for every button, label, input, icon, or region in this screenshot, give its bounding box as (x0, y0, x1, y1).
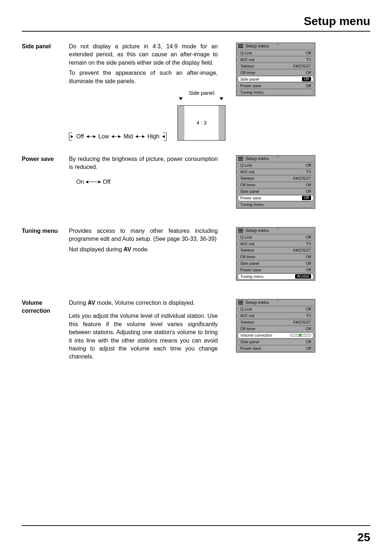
osd-row[interactable]: AV2 outTV (238, 56, 314, 62)
osd-header: Setup menu (237, 300, 315, 306)
osd-row[interactable]: Off timerOff (238, 254, 314, 260)
osd-row-label: Q-Link (240, 307, 252, 311)
osd-row[interactable]: AV2 outTV (238, 313, 314, 319)
tv-center: 4 : 3 (184, 106, 219, 140)
osd-row[interactable]: Q-LinkOff (238, 162, 314, 169)
double-arrow-icon (86, 182, 101, 182)
osd-row-label: Q-Link (240, 163, 252, 167)
osd-header: Setup menu (237, 228, 315, 234)
section-volume-correction: Volume correction During AV mode, Volume… (22, 299, 370, 363)
label-tuning-menu: Tuning menu (22, 227, 69, 281)
menu-lines-icon (238, 157, 243, 161)
osd-row-value: Off (306, 163, 311, 167)
osd-row-value: Off (306, 235, 311, 239)
osd-row[interactable]: Volume correction (238, 332, 314, 339)
osd-tuning-menu: Setup menuQ-LinkOffAV2 outTVTeletextFAST… (236, 227, 315, 281)
section-power-save: Power save By reducing the brighness of … (22, 155, 370, 209)
osd-row[interactable]: Off timerOff (238, 182, 314, 188)
opt-off: Off (76, 133, 84, 141)
arrow-icon (162, 135, 165, 138)
label-volume-correction: Volume correction (22, 299, 69, 363)
osd-row-value: FASTEXT (293, 248, 311, 252)
osd-row-value: Off (306, 261, 311, 266)
osd-row-value: Off (302, 77, 311, 81)
osd-row-label: AV2 out (240, 57, 254, 62)
osd-row-value: FASTEXT (293, 176, 311, 181)
osd-row-value: Off (302, 196, 311, 200)
osd-row[interactable]: Power saveOff (238, 267, 314, 273)
tuning-menu-text-1: Provides access to many other features i… (69, 227, 218, 243)
side-panel-text-1: Do not display a picture in 4:3, 14:9 mo… (69, 42, 218, 67)
osd-row[interactable]: Q-LinkOff (238, 234, 314, 240)
osd-row[interactable]: Power saveOff (238, 195, 314, 201)
osd-row[interactable]: Tuning menu (238, 202, 314, 208)
body-volume-correction: During AV mode, Volume correction is dis… (69, 299, 218, 363)
osd-row-label: Power save (240, 84, 261, 88)
osd-row-label: Side panel (240, 261, 259, 266)
osd-row-label: Tuning menu (240, 274, 264, 279)
osd-row-label: Q-Link (240, 51, 252, 55)
page-title: Setup menu (22, 15, 370, 28)
osd-row-value: TV (306, 170, 311, 174)
body-side-panel: Do not display a picture in 4:3, 14:9 mo… (69, 42, 218, 141)
menu-lines-icon (238, 229, 243, 232)
osd-row[interactable]: Side panelOff (238, 189, 314, 195)
osd-slider[interactable] (290, 334, 311, 337)
osd-row-label: Teletext (240, 320, 254, 324)
rule-top (22, 31, 370, 32)
osd-header: Setup menu (237, 156, 315, 162)
side-panel-text-2: To prevent the appearance of such an aft… (69, 69, 218, 85)
osd-title: Setup menu (245, 300, 269, 305)
osd-row-label: Side panel (240, 340, 259, 344)
osd-row-label: AV2 out (240, 242, 254, 246)
arrow-icon (71, 135, 73, 138)
osd-row-value: Off (306, 70, 311, 75)
osd-title: Setup menu (245, 156, 269, 161)
osd-row-value: Off (306, 183, 311, 187)
osd-row-value: Off (306, 84, 311, 88)
diagram-label: Side panel (177, 89, 225, 97)
osd-row[interactable]: Q-LinkOff (238, 306, 314, 312)
tv-side-left (178, 106, 184, 140)
osd-row-value: Off (306, 307, 311, 311)
osd-row[interactable]: Power saveOff (238, 345, 314, 352)
label-side-panel: Side panel (22, 42, 69, 141)
osd-row-value: Off (306, 268, 311, 272)
osd-row[interactable]: TeletextFASTEXT (238, 175, 314, 182)
osd-row[interactable]: TeletextFASTEXT (238, 247, 314, 254)
osd-title: Setup menu (245, 228, 269, 233)
osd-row-value: TV (306, 242, 311, 246)
osd-row[interactable]: Side panelOff (238, 260, 314, 267)
tuning-menu-text-2: Not displayed during AV mode. (69, 246, 218, 254)
opt-mid: Mid (123, 133, 133, 141)
section-side-panel: Side panel Do not display a picture in 4… (22, 42, 370, 141)
rule-bottom (22, 525, 370, 526)
diagram-arrows (177, 97, 225, 102)
osd-row-value: Off (306, 255, 311, 259)
label-power-save: Power save (22, 155, 69, 209)
opt-low: Low (98, 133, 109, 141)
osd-row[interactable]: Q-LinkOff (238, 50, 314, 56)
osd-row[interactable]: Off timerOff (238, 326, 314, 332)
osd-row[interactable]: TeletextFASTEXT (238, 63, 314, 69)
osd-row[interactable]: Side panelOff (238, 76, 314, 82)
section-tuning-menu: Tuning menu Provides access to many othe… (22, 227, 370, 281)
osd-row[interactable]: Tuning menu (238, 89, 314, 95)
osd-row[interactable]: AV2 outTV (238, 241, 314, 247)
osd-row-label: Side panel (240, 77, 259, 81)
menu-lines-icon (238, 44, 243, 48)
osd-side-panel: Setup menuQ-LinkOffAV2 outTVTeletextFAST… (236, 42, 315, 96)
osd-volume-correction: Setup menuQ-LinkOffAV2 outTVTeletextFAST… (236, 299, 315, 353)
osd-row[interactable]: Tuning menuAccess (238, 274, 314, 280)
osd-row[interactable]: AV2 outTV (238, 169, 314, 175)
osd-row-label: Off timer (240, 327, 256, 331)
osd-row[interactable]: Off timerOff (238, 69, 314, 76)
opt-off: Off (103, 178, 110, 186)
osd-header: Setup menu (237, 43, 315, 49)
osd-row[interactable]: TeletextFASTEXT (238, 319, 314, 325)
osd-row-value: FASTEXT (293, 64, 311, 68)
volume-correction-text-1: During AV mode, Volume correction is dis… (69, 299, 218, 307)
osd-row-label: Tuning menu (240, 202, 264, 207)
osd-row[interactable]: Side panelOff (238, 339, 314, 345)
osd-row[interactable]: Power saveOff (238, 82, 314, 89)
